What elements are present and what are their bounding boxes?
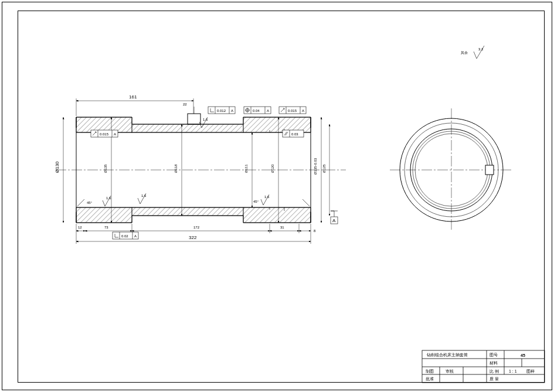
hatch-tm [132, 124, 243, 132]
svg-text:1.6: 1.6 [264, 195, 270, 199]
surface-finish-3: 1.6 [261, 195, 270, 205]
surface-finish-2: 1.6 [138, 193, 147, 204]
fcf-cyl: 0.03 [283, 130, 304, 137]
svg-text:A: A [114, 132, 116, 136]
tb-material: 45 [521, 353, 525, 357]
general-surface-note: 其余 3.2 [461, 46, 484, 59]
chamfer-l-text: 45° [87, 201, 93, 204]
title-block: 钻削组合机床主轴套筒 图号 材料 45 比 例 1 : 1 图样 质 量 制图 … [422, 350, 545, 383]
svg-text:31: 31 [280, 226, 284, 229]
svg-text:1.6: 1.6 [141, 194, 147, 197]
surface-finish-1: 1.6 [103, 196, 111, 206]
drawing-canvas: 45° 45° 1.6 1.6 1.6 1.6 [0, 0, 554, 392]
svg-text:其余: 其余 [461, 51, 468, 54]
datum-a: A [331, 211, 338, 224]
svg-text:A: A [134, 234, 137, 238]
svg-text:A: A [231, 109, 233, 113]
tb-mass-l: 质 量 [490, 377, 499, 381]
tb-drawno: 图号 [490, 353, 498, 357]
tb-material-l: 材料 [489, 361, 498, 365]
tb-scale-l: 比 例 [490, 369, 499, 373]
svg-text:Ø125: Ø125 [322, 164, 326, 173]
svg-text:0.015: 0.015 [288, 109, 297, 113]
hatch-br [243, 207, 311, 223]
tb-approve-l: 批准 [426, 377, 434, 381]
svg-text:73: 73 [104, 226, 108, 229]
fcf-pos: 0.04 A [244, 107, 271, 114]
fcf-runout-1: 0.015 A [91, 130, 118, 137]
keyway-notch [485, 165, 494, 175]
svg-text:0.02: 0.02 [121, 234, 128, 238]
chamfer-r-text: 45° [253, 200, 259, 203]
chamfer-l [77, 199, 84, 206]
svg-text:Ø118: Ø118 [174, 164, 178, 173]
keyway-slot [188, 114, 200, 124]
svg-text:Ø135-0.03: Ø135-0.03 [314, 158, 317, 175]
svg-text:1.6: 1.6 [106, 196, 111, 200]
dim-161-text: 161 [129, 94, 137, 100]
tb-design-l: 制图 [426, 369, 434, 373]
svg-text:A: A [302, 109, 304, 113]
end-view [390, 108, 513, 231]
tb-sheet-l: 图样 [526, 369, 535, 373]
svg-text:1.6: 1.6 [203, 118, 208, 121]
hatch-bl [76, 207, 132, 223]
tb-proof-l: 审核 [446, 369, 454, 374]
dim-322-text: 322 [189, 235, 197, 240]
svg-text:12: 12 [78, 226, 82, 229]
fcf-runout-2: 0.015 A [279, 107, 306, 114]
svg-text:Ø135: Ø135 [104, 164, 107, 173]
svg-text:8: 8 [314, 229, 316, 233]
svg-text:3.2: 3.2 [478, 47, 484, 51]
svg-text:Ø111: Ø111 [244, 164, 248, 173]
tb-partname: 钻削组合机床主轴套筒 [426, 353, 468, 357]
tb-scale: 1 : 1 [509, 369, 517, 373]
keyway-width: 22 [183, 103, 187, 106]
svg-text:172: 172 [193, 226, 200, 229]
hatch-bm [132, 207, 243, 216]
svg-text:A: A [267, 109, 269, 113]
fcf-perp-2: 0.02 A [113, 232, 138, 239]
section-view: 45° 45° 1.6 1.6 1.6 1.6 [55, 94, 346, 244]
svg-text:Ø120: Ø120 [271, 164, 274, 173]
svg-text:0.04: 0.04 [253, 109, 260, 113]
chamfer-r [303, 199, 310, 206]
svg-text:0.012: 0.012 [217, 109, 226, 113]
svg-text:0.015: 0.015 [100, 132, 109, 136]
drawing-sheet: 45° 45° 1.6 1.6 1.6 1.6 [0, 0, 554, 392]
fcf-perp-1: 0.012 A [208, 107, 235, 114]
dim-chain: 12 73 172 31 8 [76, 224, 316, 233]
svg-text:0.03: 0.03 [291, 132, 298, 136]
svg-text:A: A [332, 218, 336, 223]
svg-text:Ø130: Ø130 [55, 161, 60, 173]
